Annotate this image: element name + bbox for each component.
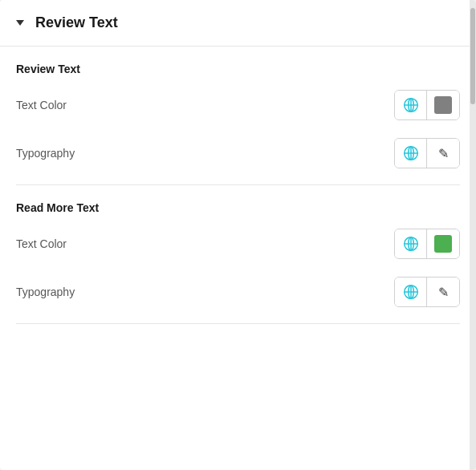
panel-title: Review Text: [35, 14, 118, 31]
globe-icon: [403, 97, 419, 113]
read-more-typography-edit-button[interactable]: ✎: [427, 278, 459, 306]
read-more-text-section: Read More Text Text Color: [16, 185, 460, 324]
review-text-color-swatch: [434, 96, 452, 114]
review-typography-row: Typography ✎: [16, 138, 460, 168]
review-text-section: Review Text Text Color: [16, 47, 460, 185]
read-more-text-color-global-button[interactable]: [395, 229, 427, 258]
read-more-typography-row: Typography ✎: [16, 277, 460, 307]
review-text-color-label: Text Color: [16, 99, 67, 111]
panel: Review Text Review Text Text Color: [0, 0, 476, 470]
scrollbar-track: [470, 0, 476, 470]
pencil-icon: ✎: [438, 146, 449, 161]
review-text-section-title: Review Text: [16, 63, 460, 75]
panel-header[interactable]: Review Text: [0, 0, 476, 47]
read-more-section-title: Read More Text: [16, 201, 460, 214]
pencil-icon: ✎: [438, 285, 449, 300]
review-typography-edit-button[interactable]: ✎: [427, 139, 459, 168]
review-text-color-global-button[interactable]: [395, 91, 427, 120]
globe-icon: [403, 284, 419, 300]
read-more-text-color-row: Text Color: [16, 229, 460, 259]
read-more-text-color-swatch-button[interactable]: [427, 229, 459, 258]
read-more-text-color-control: [394, 229, 460, 259]
read-more-typography-global-button[interactable]: [395, 278, 427, 306]
scrollbar-thumb[interactable]: [470, 8, 475, 104]
read-more-typography-control: ✎: [394, 277, 460, 307]
read-more-text-color-label: Text Color: [16, 237, 67, 250]
globe-icon: [403, 145, 419, 161]
review-typography-global-button[interactable]: [395, 139, 427, 168]
globe-icon: [403, 236, 419, 252]
review-text-color-control: [394, 90, 460, 120]
read-more-typography-label: Typography: [16, 286, 75, 298]
review-typography-label: Typography: [16, 147, 75, 160]
chevron-down-icon: [16, 20, 24, 26]
review-typography-control: ✎: [394, 138, 460, 168]
read-more-text-color-swatch: [434, 235, 452, 253]
review-text-color-row: Text Color: [16, 90, 460, 120]
panel-content: Review Text Text Color: [0, 47, 476, 468]
review-text-color-swatch-button[interactable]: [427, 91, 459, 120]
